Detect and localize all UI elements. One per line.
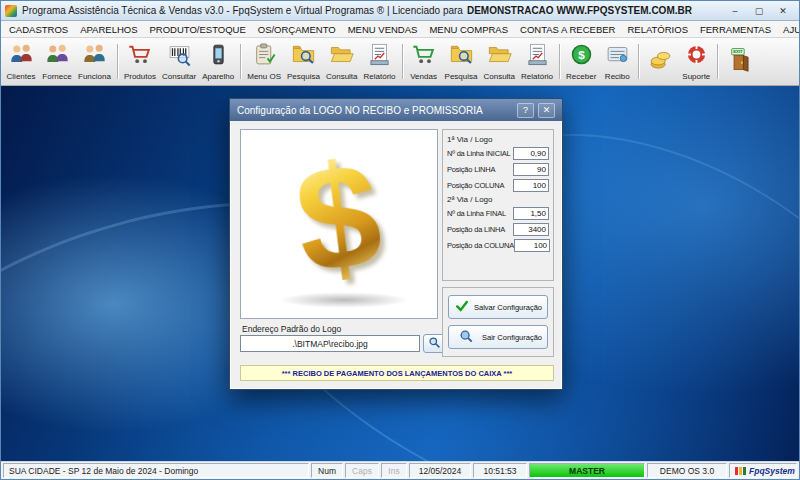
status-date: 12/05/2024 <box>409 463 471 478</box>
folder-open-icon <box>487 42 512 71</box>
toolbar-consultar[interactable]: Consultar <box>159 39 199 84</box>
exit-config-button[interactable]: Sair Configuração <box>448 325 548 349</box>
folder-open-icon <box>329 42 354 71</box>
menu-produto-estoque[interactable]: PRODUTO/ESTOQUE <box>144 22 252 37</box>
toolbar-produtos[interactable]: Produtos <box>121 39 159 84</box>
toolbar-vendas[interactable]: Vendas <box>406 39 442 84</box>
status-caps-indicator: Caps <box>345 463 379 478</box>
toolbar-caixa[interactable] <box>642 39 678 84</box>
receipt-icon <box>605 42 630 71</box>
app-icon <box>5 5 17 17</box>
toolbar-pesquisa-vendas[interactable]: Pesquisa <box>442 39 481 84</box>
toolbar-menu-os[interactable]: Menu OS <box>244 39 284 84</box>
toolbar-suporte[interactable]: Suporte <box>678 39 714 84</box>
window-title: Programa Assistência Técnica & Vendas v3… <box>22 5 463 16</box>
toolbar-aparelho[interactable]: Aparelho <box>199 39 237 84</box>
menu-vendas[interactable]: MENU VENDAS <box>342 22 424 37</box>
dialog-help-button[interactable]: ? <box>517 103 534 118</box>
linha-final-input[interactable] <box>513 207 549 220</box>
toolbar-consulta-vendas[interactable]: Consulta <box>480 39 518 84</box>
save-config-button[interactable]: Salvar Configuração <box>448 295 548 319</box>
toolbar-label: Vendas <box>410 72 437 81</box>
toolbar-label: Consultar <box>162 72 196 81</box>
status-num-indicator: Num <box>311 463 343 478</box>
toolbar-recibo[interactable]: Recibo <box>599 39 635 84</box>
toolbar-separator <box>717 44 718 79</box>
toolbar-label: Recibo <box>605 72 630 81</box>
folder-search-icon <box>449 42 474 71</box>
toolbar-label: Funciona <box>78 72 111 81</box>
field-label: Posição da LINHA <box>447 225 513 234</box>
posicao-coluna-1-input[interactable] <box>513 179 549 192</box>
menu-ferramentas[interactable]: FERRAMENTAS <box>694 22 777 37</box>
exit-door-icon: EXIT <box>727 47 752 76</box>
posicao-linha-2-input[interactable] <box>513 223 549 236</box>
window-license: DEMONSTRACAO WWW.FPQSYSTEM.COM.BR <box>467 5 692 16</box>
statusbar: SUA CIDADE - SP 12 de Maio de 2024 - Dom… <box>1 461 799 479</box>
toolbar-label: Suporte <box>682 72 710 81</box>
menu-relatorios[interactable]: RELATÓRIOS <box>621 22 694 37</box>
toolbar-sair[interactable]: EXIT <box>721 39 757 84</box>
toolbar-separator <box>117 44 118 79</box>
app-window: Programa Assistência Técnica & Vendas v3… <box>0 0 800 480</box>
status-demo-label: DEMO OS 3.0 <box>647 463 727 478</box>
folder-search-icon <box>291 42 316 71</box>
sales-cart-icon <box>411 42 436 71</box>
employees-icon <box>82 42 107 71</box>
exit-config-label: Sair Configuração <box>482 333 542 342</box>
status-time: 10:51:53 <box>473 463 527 478</box>
svg-text:$: $ <box>578 48 585 61</box>
dialog-close-button[interactable]: ✕ <box>538 103 555 118</box>
toolbar-label: Relatório <box>521 72 553 81</box>
titlebar: Programa Assistência Técnica & Vendas v3… <box>1 1 799 21</box>
menu-compras[interactable]: MENU COMPRAS <box>423 22 514 37</box>
toolbar-relatorio-vendas[interactable]: Relatório <box>518 39 556 84</box>
toolbar-pesquisa-os[interactable]: Pesquisa <box>284 39 323 84</box>
menu-ajuda[interactable]: AJUDA <box>777 22 800 37</box>
linha-inicial-input[interactable] <box>513 147 549 160</box>
menu-contas-receber[interactable]: CONTAS A RECEBER <box>514 22 621 37</box>
suppliers-icon <box>45 42 70 71</box>
posicao-coluna-2-input[interactable] <box>514 239 550 252</box>
menu-os-orcamento[interactable]: OS/ORÇAMENTO <box>252 22 342 37</box>
menu-aparelhos[interactable]: APARELHOS <box>74 22 143 37</box>
dialog-body: $ Endereço Padrão do Logo 1ª Via / Logo … <box>230 121 562 391</box>
field-label: Posição LINHA <box>447 165 513 174</box>
coins-icon <box>648 47 673 76</box>
phone-icon <box>206 42 231 71</box>
logo-path-input[interactable] <box>240 335 420 352</box>
field-label: Nº da Linha FINAL <box>447 209 513 218</box>
toolbar-consulta-os[interactable]: Consulta <box>323 39 361 84</box>
close-button[interactable]: ✕ <box>771 2 795 19</box>
toolbar-label: Consulta <box>483 72 515 81</box>
group-title-via2: 2ª Via / Logo <box>447 195 549 204</box>
field-label: Nº da Linha INICIAL <box>447 149 513 158</box>
toolbar-label: Relatório <box>364 72 396 81</box>
status-ins-indicator: Ins <box>381 463 407 478</box>
toolbar-fornecedores[interactable]: Fornece <box>39 39 75 84</box>
exit-arrow-icon <box>454 329 478 345</box>
field-label: Posição da COLUNA <box>447 241 514 250</box>
fpqsystem-logo-text: FpqSystem <box>749 466 795 476</box>
posicao-linha-1-input[interactable] <box>513 163 549 176</box>
maximize-button[interactable]: ▢ <box>747 2 771 19</box>
toolbar-receber[interactable]: $ Receber <box>563 39 599 84</box>
status-master-badge: MASTER <box>529 463 645 478</box>
minimize-button[interactable]: – <box>723 2 747 19</box>
toolbar-label: Aparelho <box>202 72 234 81</box>
toolbar-separator <box>240 44 241 79</box>
toolbar-relatorio-os[interactable]: Relatório <box>361 39 399 84</box>
support-icon <box>684 42 709 71</box>
logo-path-label: Endereço Padrão do Logo <box>242 324 341 334</box>
svg-text:EXIT: EXIT <box>733 49 743 54</box>
status-brand: FpqSystem <box>729 463 797 478</box>
window-controls: – ▢ ✕ <box>723 2 795 19</box>
group-title-via1: 1ª Via / Logo <box>447 135 549 144</box>
dialog-titlebar[interactable]: Configuração da LOGO NO RECIBO e PROMISS… <box>230 99 562 121</box>
toolbar-clientes[interactable]: Clientes <box>3 39 39 84</box>
products-cart-icon <box>127 42 152 71</box>
check-icon <box>454 299 470 315</box>
menu-cadastros[interactable]: CADASTROS <box>3 22 74 37</box>
toolbar-label: Fornece <box>42 72 71 81</box>
toolbar-funcionarios[interactable]: Funciona <box>75 39 114 84</box>
